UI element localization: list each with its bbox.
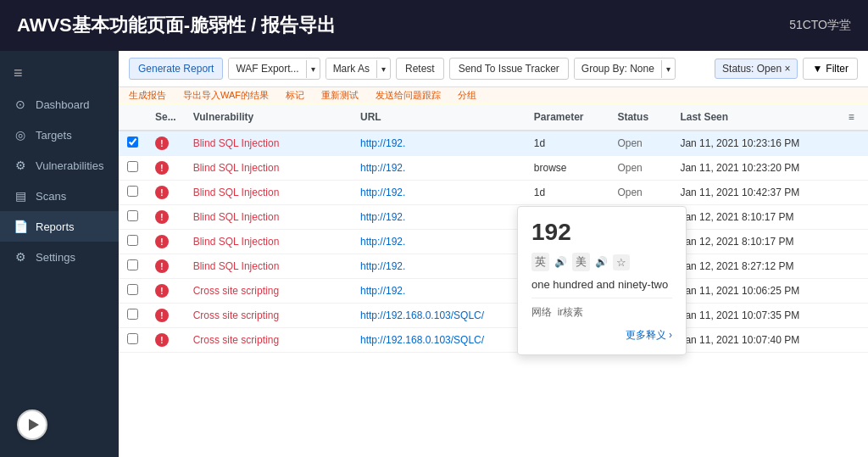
row-severity-cell: !	[147, 181, 185, 205]
row-checkbox[interactable]	[127, 137, 138, 148]
row-checkbox[interactable]	[127, 284, 138, 295]
table-row: ! Blind SQL Injection http://192. 1d Ope…	[119, 181, 868, 205]
row-checkbox-cell	[119, 181, 147, 205]
table-row: ! Blind SQL Injection http://192. 1d Ope…	[119, 254, 868, 279]
row-url-cell: http://192.	[352, 156, 526, 181]
row-vulnerability-cell: Blind SQL Injection	[185, 205, 352, 230]
col-header-vulnerability[interactable]: Vulnerability	[185, 104, 352, 131]
url-link[interactable]: http://192.	[360, 162, 405, 174]
sidebar-label-settings: Settings	[36, 251, 75, 264]
col-header-menu[interactable]: ≡	[840, 104, 868, 131]
targets-icon: ◎	[14, 128, 27, 142]
sidebar-item-settings[interactable]: ⚙ Settings	[0, 242, 119, 272]
row-checkbox[interactable]	[127, 161, 138, 172]
filter-label: Filter	[826, 63, 849, 75]
waf-export-button[interactable]: WAF Export...	[229, 59, 305, 79]
row-checkbox-cell	[119, 205, 147, 230]
row-checkbox[interactable]	[127, 186, 138, 197]
mark-as-button[interactable]: Mark As	[326, 59, 376, 79]
url-link[interactable]: http://192.168.0.103/SQLC/	[360, 309, 484, 321]
col-header-parameter[interactable]: Parameter	[526, 104, 609, 131]
row-url-cell: http://192.	[352, 230, 526, 254]
col-header-last-seen[interactable]: Last Seen	[671, 104, 839, 131]
vulnerability-link[interactable]: Cross site scripting	[193, 334, 279, 346]
row-severity-cell: !	[147, 230, 185, 254]
group-by-button[interactable]: Group By: None	[575, 59, 661, 79]
row-url-cell: http://192.	[352, 205, 526, 230]
brand-label: 51CTO学堂	[789, 18, 851, 33]
row-severity-cell: !	[147, 328, 185, 353]
dashboard-icon: ⊙	[14, 98, 27, 111]
sidebar-item-vulnerabilities[interactable]: ⚙ Vulnerabilities	[0, 150, 119, 181]
tooltip-cn-text: ir核素	[558, 306, 584, 318]
vulnerability-link[interactable]: Blind SQL Injection	[193, 211, 280, 223]
url-link[interactable]: http://192.	[360, 285, 405, 297]
row-menu-cell	[840, 279, 868, 304]
row-vulnerability-cell: Blind SQL Injection	[185, 181, 352, 205]
generate-report-button[interactable]: Generate Report	[129, 58, 223, 80]
severity-icon: !	[155, 259, 169, 273]
mark-as-dropdown-arrow[interactable]: ▾	[376, 60, 390, 78]
tooltip-star-btn[interactable]: ☆	[613, 254, 630, 270]
severity-icon: !	[155, 161, 169, 175]
status-badge-label: Status: Open ×	[722, 63, 790, 75]
col-header-status[interactable]: Status	[609, 104, 671, 131]
col-header-url[interactable]: URL	[352, 104, 526, 131]
url-link[interactable]: http://192.	[360, 260, 405, 272]
vulnerabilities-icon: ⚙	[14, 159, 27, 172]
row-checkbox[interactable]	[127, 235, 138, 246]
filter-icon: ▼	[812, 63, 822, 75]
vulnerability-table: Se... Vulnerability URL Parameter Status…	[119, 104, 868, 353]
sidebar-label-scans: Scans	[36, 190, 66, 203]
vulnerability-link[interactable]: Blind SQL Injection	[193, 260, 280, 272]
retest-button[interactable]: Retest	[396, 58, 444, 80]
url-link[interactable]: http://192.168.0.103/SQLC/	[360, 334, 484, 346]
vulnerability-link[interactable]: Blind SQL Injection	[193, 187, 280, 198]
vulnerability-link[interactable]: Cross site scripting	[193, 285, 279, 297]
row-menu-cell	[840, 181, 868, 205]
row-url-cell: http://192.	[352, 131, 526, 156]
annotation-generate: 生成报告	[129, 89, 166, 102]
url-link[interactable]: http://192.	[360, 236, 405, 248]
tooltip-english-btn[interactable]: 英	[531, 253, 549, 271]
severity-icon: !	[155, 333, 169, 347]
row-checkbox[interactable]	[127, 259, 138, 270]
tooltip-us-btn[interactable]: 美	[572, 253, 590, 271]
status-filter-badge[interactable]: Status: Open ×	[715, 59, 798, 79]
table-row: ! Cross site scripting http://192.168.0.…	[119, 304, 868, 328]
row-status-cell: Open	[609, 181, 671, 205]
vulnerability-link[interactable]: Blind SQL Injection	[193, 236, 280, 248]
row-checkbox[interactable]	[127, 309, 138, 320]
group-by-dropdown-arrow[interactable]: ▾	[661, 60, 675, 78]
row-last-seen-cell: Jan 12, 2021 8:10:17 PM	[671, 205, 839, 230]
sidebar-item-scans[interactable]: ▤ Scans	[0, 181, 119, 211]
vulnerability-link[interactable]: Blind SQL Injection	[193, 162, 280, 174]
send-to-issue-button[interactable]: Send To Issue Tracker	[449, 58, 569, 80]
col-header-check	[119, 104, 147, 131]
sidebar-item-dashboard[interactable]: ⊙ Dashboard	[0, 89, 119, 120]
row-checkbox-cell	[119, 131, 147, 156]
row-url-cell: http://192.168.0.103/SQLC/	[352, 328, 526, 353]
vulnerability-link[interactable]: Blind SQL Injection	[193, 137, 280, 149]
waf-export-dropdown-arrow[interactable]: ▾	[306, 60, 320, 78]
row-checkbox[interactable]	[127, 210, 138, 221]
tooltip-us-speaker[interactable]: 🔊	[595, 256, 608, 268]
sidebar-item-reports[interactable]: 📄 Reports	[0, 211, 119, 242]
row-menu-cell	[840, 156, 868, 181]
table-row: ! Cross site scripting http://192. Open …	[119, 279, 868, 304]
url-link[interactable]: http://192.	[360, 187, 405, 198]
row-severity-cell: !	[147, 279, 185, 304]
tooltip-more-link[interactable]: 更多释义 ›	[531, 328, 672, 343]
row-menu-cell	[840, 304, 868, 328]
row-last-seen-cell: Jan 12, 2021 8:10:17 PM	[671, 230, 839, 254]
sidebar-toggle[interactable]: ≡	[0, 58, 119, 89]
url-link[interactable]: http://192.	[360, 211, 405, 223]
row-menu-cell	[840, 230, 868, 254]
sidebar-item-targets[interactable]: ◎ Targets	[0, 120, 119, 150]
url-link[interactable]: http://192.	[360, 137, 405, 149]
vulnerability-link[interactable]: Cross site scripting	[193, 309, 279, 321]
filter-button[interactable]: ▼ Filter	[803, 58, 858, 80]
row-checkbox[interactable]	[127, 333, 138, 344]
row-menu-cell	[840, 254, 868, 279]
tooltip-english-speaker[interactable]: 🔊	[554, 256, 567, 268]
